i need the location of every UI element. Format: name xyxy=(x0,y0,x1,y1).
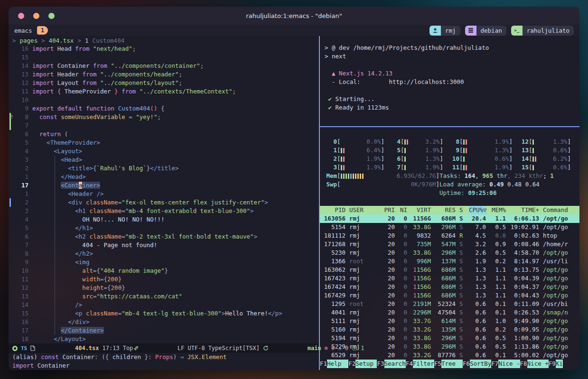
code-line[interactable]: 9export default function Custom404() { xyxy=(9,104,319,113)
process-row[interactable]: 5229rmj20033.8G296MS0.60.51:13.86/opt/go xyxy=(320,342,579,351)
code-line[interactable]: !8 const someUnusedVariable = "yey!"; xyxy=(9,113,319,121)
typescript-icon: TS xyxy=(21,345,27,351)
cpu-meter: 9[1.3%] xyxy=(448,146,517,155)
process-row[interactable]: 167429rmj2001156G686MS1.31.10:04.43/opt/… xyxy=(320,291,579,300)
code-line[interactable]: 4 OH NO!... NO! NO! NO!!! xyxy=(9,215,319,224)
cpu-meter: 3[1.9%] xyxy=(326,163,389,172)
host-badge: debian xyxy=(465,26,506,36)
code-line[interactable]: 9 <img xyxy=(9,258,319,267)
process-row[interactable]: 181112rmj20098326264R4.50.00:02.63htop xyxy=(320,231,579,240)
code-line[interactable]: 10 xyxy=(9,96,319,104)
code-line[interactable]: 17 </Container> xyxy=(9,326,319,335)
uptime-line: Uptime: 09:25:06 xyxy=(439,189,554,197)
tmux-window-name: emacs xyxy=(14,27,32,34)
process-row[interactable]: 5230rmj20033.8G296MS2.60.54:58.70/opt/go xyxy=(320,249,579,257)
fkey-filter[interactable]: F4Filter xyxy=(406,360,434,368)
tmux-status-bar: emacs 1 rmj debian xyxy=(9,25,579,36)
process-header[interactable]: PIDUSERPRINIVIRTRESSCPU%▽MEM%TIME+Comman… xyxy=(320,206,579,214)
process-row[interactable]: 5154rmj20033.8G296MS7.00.519:02.91/opt/g… xyxy=(320,223,579,231)
window-title: rahuljuliato:1:emacs - "debian" xyxy=(9,12,579,19)
tmux-window-tab[interactable]: emacs 1 xyxy=(14,26,48,35)
code-line[interactable]: 3 <Head> xyxy=(9,156,319,164)
process-row[interactable]: 5160rmj20033.2G135MS0.60.20:09.95/opt/go xyxy=(320,325,579,334)
fkey-help[interactable]: F1Help xyxy=(320,360,348,368)
cpu-meter: 14[6.2%] xyxy=(517,155,576,163)
process-row[interactable]: 1295root2002191M52324S0.60.10:11.09/usr/… xyxy=(320,300,579,308)
fkey-ki[interactable]: F9Ki xyxy=(549,360,563,368)
swap-meter: Swp[0K/976M] xyxy=(326,180,444,189)
cpu-meter: 10[0.6%] xyxy=(448,155,517,163)
terminal-output[interactable]: > @ dev /home/rmj/Projects/github/rahulj… xyxy=(320,36,579,126)
code-line[interactable]: 15 <p className="mb-4 text-lg text-blue-… xyxy=(9,309,319,318)
code-line[interactable]: 1 </Head> xyxy=(9,173,319,181)
cpu-meter: 8[1.9%] xyxy=(448,138,517,146)
fkey-search[interactable]: F3Search xyxy=(377,360,405,368)
code-line[interactable]: 1 <Header /> xyxy=(9,190,319,198)
process-row[interactable]: 163056rmj2001156G686MS20.41.16:06.13/opt… xyxy=(320,214,579,223)
indent-guide xyxy=(55,156,55,335)
htop-meters: 0[0.0%]4[3.2%]8[1.9%]12[1.3%]1[6.4%]5[1.… xyxy=(320,127,579,197)
server-icon xyxy=(465,26,476,36)
process-row[interactable]: 171268rmj200735M547MS3.20.90:08.46/home/… xyxy=(320,240,579,249)
code-line[interactable]: 11import { ThemeProvider } from "../cont… xyxy=(9,87,319,96)
code-lines[interactable]: 16import Head from "next/head";1514impor… xyxy=(9,45,319,343)
code-line[interactable]: 12 height={200} xyxy=(9,284,319,292)
process-row[interactable]: 167423rmj2001156G686MS1.31.10:04.39/opt/… xyxy=(320,274,579,283)
mem-meter: Mem[6.93G/62.7G] xyxy=(326,172,444,180)
code-line[interactable]: 16 </div> xyxy=(9,318,319,326)
code-line[interactable]: 12import Layout from "../components/layo… xyxy=(9,79,319,87)
process-row[interactable]: 5111rmj20033.7G614MS0.61.09:49.90/opt/go xyxy=(320,317,579,325)
process-rows: 163056rmj2001156G686MS20.41.16:06.13/opt… xyxy=(320,214,579,360)
code-line[interactable]: 18 </Layout> xyxy=(9,335,319,343)
code-line[interactable]: 6 <h2 className="mb-2 text-3xl font-bold… xyxy=(9,232,319,241)
code-line[interactable]: 13 src="https://cataas.com/cat" xyxy=(9,292,319,301)
process-row[interactable]: 5194rmj20033.8G296MS0.60.51:00.90/opt/go xyxy=(320,334,579,342)
code-line[interactable]: 8 </h2> xyxy=(9,250,319,258)
process-row[interactable]: 167424rmj2001156G686MS1.31.10:04.37/opt/… xyxy=(320,283,579,291)
cpu-meter: 12[1.3%] xyxy=(517,138,576,146)
code-line[interactable]: 3 <h1 className="mb-4 font-extrabold tex… xyxy=(9,207,319,215)
user-icon xyxy=(429,26,441,36)
process-row[interactable]: 4041rmj2002296M47504S0.60.10:26.53/snap/… xyxy=(320,308,579,317)
code-line[interactable]: 16import Head from "next/head"; xyxy=(9,45,319,53)
breadcrumb[interactable]: >pages>404.tsx>1Custom404 xyxy=(9,36,319,45)
code-line[interactable]: 7 xyxy=(9,121,319,130)
terminal-icon: >_ xyxy=(511,26,523,36)
modeline-encoding: UTF-8 xyxy=(188,345,205,351)
tmux-window-index-badge: 1 xyxy=(37,26,48,35)
code-line[interactable]: 5 </h1> xyxy=(9,224,319,232)
code-line[interactable]: 6 return ( xyxy=(9,130,319,139)
tmux-status-right: rmj debian >_ rahuljuliato xyxy=(429,26,574,36)
htop-summary: Tasks: 164, 965 thr, 234 kthr; 1 Load av… xyxy=(439,172,554,197)
cpu-meter: 13[0.6%] xyxy=(517,146,576,155)
code-line[interactable]: 17 <Container> xyxy=(9,181,319,190)
fkey-bar: F1Help F2Setup F3SearchF4FilterF5Tree F6… xyxy=(320,360,579,368)
code-line[interactable]: 13import Header from "../components/head… xyxy=(9,70,319,79)
code-line[interactable]: 2 <title>{`Rahul's Blog`}</title> xyxy=(9,164,319,173)
fkey-nice-[interactable]: F7Nice - xyxy=(491,360,520,368)
code-line[interactable]: 7 404 - Page not found! xyxy=(9,241,319,250)
process-row[interactable]: 6529rmj20033.2G87776S0.60.15:00.02/opt/g… xyxy=(320,351,579,360)
process-table: PIDUSERPRINIVIRTRESSCPU%▽MEM%TIME+Comman… xyxy=(320,206,579,360)
cpu-meter: 1[6.4%] xyxy=(326,146,389,155)
code-line[interactable]: 4 <Layout> xyxy=(9,147,319,156)
cpu-meter: 6[1.3%] xyxy=(389,155,448,163)
fkey-sortby[interactable]: F6SortBy xyxy=(463,360,491,368)
fkey-nice-[interactable]: F8Nice + xyxy=(520,360,549,368)
process-row[interactable]: 1366root200996M137MS1.90.28:14.97/usr/li xyxy=(320,257,579,266)
title-bar: rahuljuliato:1:emacs - "debian" xyxy=(9,7,579,25)
code-line[interactable]: 11 width={200} xyxy=(9,275,319,284)
code-line[interactable]: 14import Container from "../components/c… xyxy=(9,62,319,70)
htop-pane[interactable]: 0[0.0%]4[3.2%]8[1.9%]12[1.3%]1[6.4%]5[1.… xyxy=(320,127,579,370)
fkey-setup[interactable]: F2Setup xyxy=(348,360,377,368)
code-line[interactable]: 15 xyxy=(9,53,319,62)
editor-pane[interactable]: >pages>404.tsx>1Custom404 16import Head … xyxy=(9,36,319,370)
process-row[interactable]: 163062rmj2001156G686MS1.31.10:13.75/opt/… xyxy=(320,266,579,274)
cpu-meter: 4[3.2%] xyxy=(389,138,448,146)
fkey-tree[interactable]: F5Tree xyxy=(434,360,463,368)
cpu-meters: 0[0.0%]4[3.2%]8[1.9%]12[1.3%]1[6.4%]5[1.… xyxy=(320,138,579,172)
code-line[interactable]: 2 <div className="fex-ol tems-center fle… xyxy=(9,198,319,207)
code-line[interactable]: 14 /> xyxy=(9,301,319,309)
code-line[interactable]: 5 <ThemeProvider> xyxy=(9,139,319,147)
code-line[interactable]: 10 alt={"404 random image"} xyxy=(9,267,319,275)
